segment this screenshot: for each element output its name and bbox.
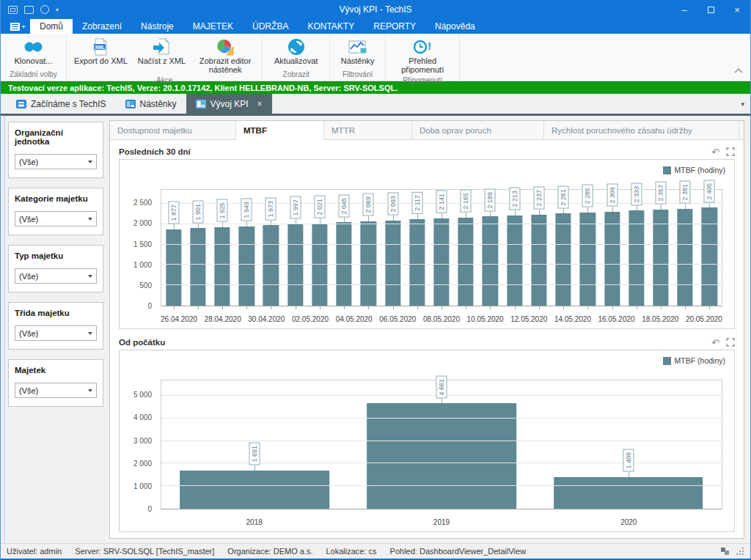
bar[interactable] xyxy=(507,215,522,306)
bar-value-label: 2 333 xyxy=(631,183,642,206)
bar-slot: 1 877 xyxy=(161,190,186,306)
qat-caret-icon[interactable]: ▾ xyxy=(56,7,59,13)
typ-majetku-dropdown[interactable]: (Vše) xyxy=(15,268,97,284)
status-indicator-icon[interactable] xyxy=(720,547,730,556)
bar-slot: 1 901 xyxy=(186,190,210,306)
dashboards-button[interactable]: Nástěnky xyxy=(337,36,379,68)
kpi-tab-rychlost[interactable]: Rychlost poruchového zásahu údržby xyxy=(544,121,739,139)
maximize-button[interactable] xyxy=(697,0,724,19)
bar[interactable] xyxy=(604,212,620,306)
tab-close-icon[interactable]: × xyxy=(257,99,263,109)
kpi-tab-mttr[interactable]: MTTR xyxy=(324,121,412,139)
load-xml-button[interactable]: Načíst z XML xyxy=(133,36,190,74)
bar-label-connector xyxy=(515,210,516,215)
bar-value-label: 2 237 xyxy=(533,187,544,210)
bar-slot: 2 165 xyxy=(454,190,478,306)
chart1-header: Posledních 30 dní ↶ xyxy=(119,144,735,159)
dropdown-arrow-icon[interactable] xyxy=(84,155,96,169)
export-xml-button[interactable]: XML Export do XML xyxy=(70,36,132,74)
bar[interactable] xyxy=(385,221,400,306)
kpi-tab-icon xyxy=(196,100,206,108)
dropdown-arrow-icon[interactable] xyxy=(84,326,96,340)
kategorie-majetku-dropdown[interactable]: (Vše) xyxy=(15,211,97,226)
bar-value-label: 2 261 xyxy=(558,186,569,209)
bar-value-label: 2 189 xyxy=(485,189,496,212)
bar[interactable] xyxy=(409,219,425,306)
bar[interactable] xyxy=(629,210,644,306)
bar[interactable] xyxy=(367,403,516,509)
reminders-button[interactable]: ! Přehled připomenutí xyxy=(389,36,456,74)
bar-value-label: 2 309 xyxy=(607,184,618,207)
bar[interactable] xyxy=(580,213,596,306)
app-menu-button[interactable]: ▾ xyxy=(5,19,30,34)
refresh-button[interactable]: Aktualizovat xyxy=(270,36,322,68)
qat-document-icon[interactable] xyxy=(24,6,34,14)
bar[interactable] xyxy=(287,224,303,306)
organizacni-jednotka-dropdown[interactable]: (Vše) xyxy=(15,154,97,169)
bar-slot: 2 309 xyxy=(600,190,624,306)
kpi-tab-doba-oprav[interactable]: Doba oprav poruch xyxy=(412,121,544,139)
bar[interactable] xyxy=(180,471,329,509)
bar[interactable] xyxy=(531,215,546,306)
gridline xyxy=(161,284,722,285)
bar[interactable] xyxy=(239,226,254,306)
bar-label-connector xyxy=(442,398,442,403)
doc-tab-zaciname[interactable]: Začínáme s TechIS xyxy=(7,94,116,114)
menu-tab-udrzba[interactable]: ÚDRŽBA xyxy=(243,19,298,34)
dropdown-arrow-icon[interactable] xyxy=(84,269,96,283)
x-axis-labels: 201820192020 xyxy=(161,518,722,526)
close-button[interactable]: × xyxy=(724,0,750,19)
ribbon-group-zobrazit: Aktualizovat Zobrazit xyxy=(263,34,330,81)
doc-tab-vyvoj-kpi[interactable]: Vývoj KPI × xyxy=(186,94,272,114)
menu-tab-napoveda[interactable]: Nápověda xyxy=(425,19,485,34)
app-menu-caret-icon: ▾ xyxy=(22,23,25,30)
qat-refresh-icon[interactable] xyxy=(40,5,49,14)
bar-slot: 1 997 xyxy=(283,190,307,306)
dropdown-arrow-icon[interactable] xyxy=(84,383,96,397)
bar[interactable] xyxy=(214,227,230,306)
expand-icon[interactable] xyxy=(726,147,735,156)
y-tick-label: 2 000 xyxy=(133,460,152,468)
undo-icon[interactable]: ↶ xyxy=(711,147,719,157)
bar[interactable] xyxy=(554,477,703,509)
menu-tab-reporty[interactable]: REPORTY xyxy=(364,19,425,34)
bar-label-connector xyxy=(393,215,394,221)
doc-tab-nastenky[interactable]: Nástěnky xyxy=(116,94,186,114)
undo-icon[interactable]: ↶ xyxy=(711,338,719,347)
bar-slot: 2 189 xyxy=(478,190,502,306)
menu-tab-majetek[interactable]: MAJETEK xyxy=(183,19,243,34)
kpi-tab-dostupnost[interactable]: Dostupnost majetku xyxy=(110,121,236,139)
resize-grip[interactable] xyxy=(736,548,744,556)
menu-tab-kontakty[interactable]: KONTAKTY xyxy=(298,19,364,34)
bar[interactable] xyxy=(433,218,449,306)
trida-majetku-dropdown[interactable]: (Vše) xyxy=(15,325,97,341)
tab-list-caret-icon[interactable]: ▾ xyxy=(741,94,744,114)
minimize-button[interactable]: – xyxy=(671,0,697,19)
kpi-tab-mtbf[interactable]: MTBF xyxy=(236,121,324,140)
expand-icon[interactable] xyxy=(726,338,735,347)
x-tick-label: 04.05.2020 xyxy=(336,315,373,323)
bar[interactable] xyxy=(702,207,717,306)
bar[interactable] xyxy=(555,213,571,306)
bar-slot: 2 261 xyxy=(552,190,576,306)
bar[interactable] xyxy=(190,228,205,306)
bar[interactable] xyxy=(166,229,181,306)
bar[interactable] xyxy=(483,216,498,306)
majetek-dropdown[interactable]: (Vše) xyxy=(15,383,97,398)
bar[interactable] xyxy=(263,225,279,306)
bar[interactable] xyxy=(458,218,474,306)
ribbon-group-label: Akce xyxy=(70,74,259,86)
qat-window-icon[interactable] xyxy=(8,6,18,14)
gridline xyxy=(161,418,722,419)
clone-button[interactable]: Klonovat... xyxy=(10,36,57,68)
dashboard-editor-button[interactable]: Zobrazit editor nástěnek xyxy=(191,36,259,74)
document-tab-strip: Začínáme s TechIS Nástěnky Vývoj KPI × ▾ xyxy=(1,94,750,116)
menu-tab-nastroje[interactable]: Nástroje xyxy=(131,19,183,34)
bar-slot: 2 021 xyxy=(307,190,331,306)
menu-tab-zobrazeni[interactable]: Zobrazení xyxy=(73,19,131,34)
y-tick-label: 4 000 xyxy=(133,413,152,421)
dropdown-arrow-icon[interactable] xyxy=(84,212,96,226)
menu-tab-domu[interactable]: Domů xyxy=(30,19,73,34)
ribbon-collapse-button[interactable] xyxy=(734,63,743,76)
x-tick-label: 2020 xyxy=(535,518,722,526)
